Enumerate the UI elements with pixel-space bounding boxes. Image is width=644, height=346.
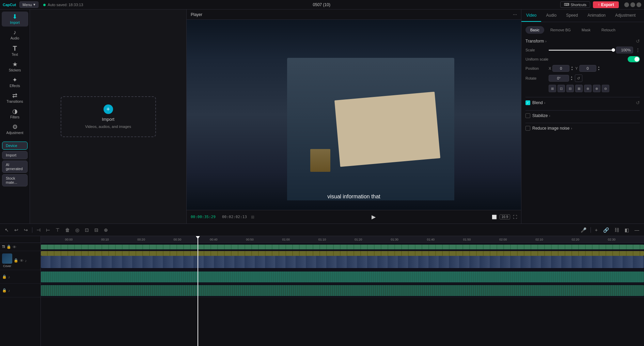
rotate-input[interactable] [549,75,569,82]
blend-checkbox[interactable]: ✓ [525,100,530,105]
extract-btn[interactable]: ◎ [74,227,81,233]
split-tail-btn[interactable]: ⊢ [45,227,51,233]
audio2-track-lock-icon[interactable]: 🔒 [2,288,7,293]
position-y-input[interactable] [579,65,596,72]
tl-link-btn[interactable]: 🔗 [602,227,610,233]
player-header: Player ⋯ [187,10,521,20]
video-track-content [41,251,644,270]
text-track-lock-icon[interactable]: 🔒 [6,245,11,249]
align-center-top-btn[interactable]: ⊡ [557,85,565,92]
tab-audio[interactable]: Audio [541,10,561,22]
sidebar-ai-btn[interactable]: AI generated [2,161,28,173]
tab-animation[interactable]: Animation [583,10,610,22]
audio2-track-audio-icon[interactable]: ♪ [8,289,10,293]
scale-input[interactable] [616,47,633,53]
video-thumbnail-strip[interactable] [41,256,644,268]
export-button[interactable]: ↑ Export [593,1,619,8]
align-bottom-btn[interactable]: ⊖ [602,85,609,92]
noise-header: Reduce image noise › [525,126,640,131]
sidebar-item-adjustment[interactable]: ⚙ Adjustment [2,122,28,137]
redo-button[interactable]: ↪ [22,227,29,233]
split-mid-btn[interactable]: ⊤ [54,227,61,233]
sidebar-item-stickers[interactable]: ★ Stickers [2,59,28,74]
align-right-mid-btn[interactable]: ⊕ [593,85,600,92]
scale-slider-fill [549,50,613,51]
subtitle-strip[interactable] [41,251,644,256]
position-x-input[interactable] [552,65,569,72]
video-track-audio-icon[interactable]: ♪ [25,259,27,263]
add-btn[interactable]: ⊕ [103,227,109,233]
ruler-mark-8: 01:20 [355,238,362,241]
import-drop-zone[interactable]: + Import Videos, audios, and images [61,96,156,137]
audio1-waveform-strip[interactable] [41,271,644,282]
sidebar-item-import[interactable]: ⬇ Import [2,12,28,27]
video-track-lock-icon[interactable]: 🔒 [14,258,18,263]
left-panel: ⬇ Import ♪ Audio T Text ★ Stickers ✦ Eff… [0,10,30,224]
position-x-stepper[interactable]: ▲ ▼ [571,66,573,71]
scale-slider[interactable] [549,50,613,51]
split-head-btn[interactable]: ⊣ [35,227,42,233]
right-subtabs: Basic Remove BG Mask Retouch [525,26,640,34]
audio1-track-audio-icon[interactable]: ♪ [8,275,10,279]
delete-btn[interactable]: 🗑 [64,227,71,233]
player-screenshot-icon[interactable]: ⬜ [492,215,497,219]
filters-label: Filters [10,115,19,119]
audio2-waveform-strip[interactable] [41,285,644,296]
sep-3 [525,123,640,123]
tab-adjustment[interactable]: Adjustment [610,10,640,22]
text-track-strip[interactable] [41,245,644,249]
ruler-mark-3: 00:30 [174,238,182,241]
rotate-stepper[interactable]: ▲ ▼ [570,76,573,81]
align-center-mid-btn[interactable]: ⊛ [584,85,592,92]
align-right-top-btn[interactable]: ⊟ [566,85,574,92]
cursor-tool-btn[interactable]: ↖ [3,227,10,233]
sidebar-import-btn[interactable]: Import [2,151,28,159]
sidebar-device-btn[interactable]: Device [2,142,28,150]
scale-stepper[interactable]: ⋮ [636,48,640,52]
noise-checkbox[interactable] [525,126,530,131]
close-button[interactable] [637,2,641,7]
player-play-button[interactable]: ▶ [369,212,378,222]
tl-ratio-btn[interactable]: — [633,227,641,233]
undo-button[interactable]: ↩ [13,227,20,233]
tl-zoom-in-btn[interactable]: + [594,227,599,233]
player-menu-icon[interactable]: ⋯ [513,12,517,17]
sidebar-item-text[interactable]: T Text [2,43,28,59]
rotate-reset-icon[interactable]: ↺ [575,75,582,82]
ungroup-btn[interactable]: ⊟ [93,227,100,233]
tab-video[interactable]: Video [521,10,541,22]
sidebar-item-effects[interactable]: ✦ Effects [2,75,28,90]
minimize-button[interactable] [624,2,629,7]
align-left-mid-btn[interactable]: ⊠ [575,85,583,92]
mic-btn[interactable]: 🎤 [579,227,588,233]
text-track-eye-icon[interactable]: 👁 [13,245,16,249]
sidebar-item-transitions[interactable]: ⇄ Transitions [2,90,28,105]
player-grid-icon[interactable]: ⊞ [251,215,254,219]
ruler-mark-11: 01:50 [463,238,471,241]
shortcuts-button[interactable]: ⌨ Shortcuts [560,1,590,8]
sidebar-item-filters[interactable]: ◑ Filters [2,106,28,121]
tab-speed[interactable]: Speed [561,10,583,22]
subtab-retouch[interactable]: Retouch [597,26,620,34]
video-track-eye-icon[interactable]: 👁 [20,259,23,263]
tl-unlink-btn[interactable]: ⛓ [613,227,621,233]
uniform-scale-toggle[interactable] [628,56,640,62]
audio1-track-lock-icon[interactable]: 🔒 [2,275,7,279]
subtab-basic[interactable]: Basic [525,26,544,34]
tl-snap-btn[interactable]: ◧ [623,227,630,233]
stabilize-checkbox[interactable] [525,113,530,118]
group-btn[interactable]: ⊡ [83,227,90,233]
menu-button[interactable]: Menu ▾ [19,1,38,8]
blend-reset-button[interactable]: ↺ [636,100,640,105]
transform-reset-button[interactable]: ↺ [636,38,640,44]
position-y-stepper[interactable]: ▲ ▼ [598,66,600,71]
sidebar-stock-btn[interactable]: Stock mate... [2,174,28,186]
scale-slider-thumb[interactable] [612,48,615,52]
subtab-mask[interactable]: Mask [577,26,595,34]
player-fullscreen-button[interactable]: ⛶ [513,215,517,219]
sidebar-item-audio[interactable]: ♪ Audio [2,27,28,42]
subtab-remove-bg[interactable]: Remove BG [546,26,576,34]
align-left-top-btn[interactable]: ⊞ [549,85,556,92]
maximize-button[interactable] [630,2,635,7]
export-arrow-icon: ↑ [598,2,600,7]
